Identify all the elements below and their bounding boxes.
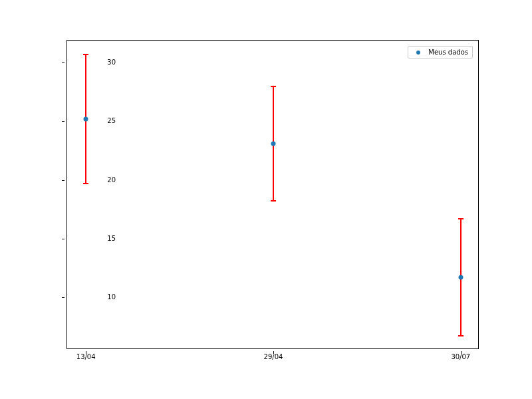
errorbar-cap — [83, 183, 88, 184]
errorbar-cap — [458, 218, 464, 219]
ytick-label: 20 — [107, 176, 116, 183]
ytick-mark — [62, 297, 65, 298]
figure: Meus dados 13/04 29/04 30/07 10 15 20 25… — [0, 0, 532, 399]
legend-label: Meus dados — [428, 49, 468, 56]
data-point — [458, 275, 463, 279]
xtick-label: 13/04 — [76, 353, 96, 360]
xtick-label: 30/07 — [451, 353, 470, 360]
legend: Meus dados — [408, 46, 473, 59]
data-point — [271, 141, 276, 146]
ytick-mark — [62, 180, 65, 181]
ytick-label: 25 — [107, 117, 116, 124]
ytick-mark — [62, 121, 65, 122]
errorbar-cap — [458, 335, 464, 336]
errorbar-cap — [83, 54, 88, 55]
ytick-label: 10 — [107, 293, 116, 300]
errorbar-cap — [271, 86, 276, 87]
ytick-label: 30 — [107, 59, 116, 66]
ytick-label: 15 — [107, 234, 116, 241]
axes: Meus dados 13/04 29/04 30/07 — [66, 40, 479, 349]
legend-marker-icon — [412, 49, 424, 56]
xtick-label: 29/04 — [264, 353, 283, 360]
data-point — [84, 116, 88, 121]
errorbar-cap — [271, 200, 276, 201]
ytick-mark — [62, 239, 65, 239]
ytick-mark — [62, 63, 65, 63]
